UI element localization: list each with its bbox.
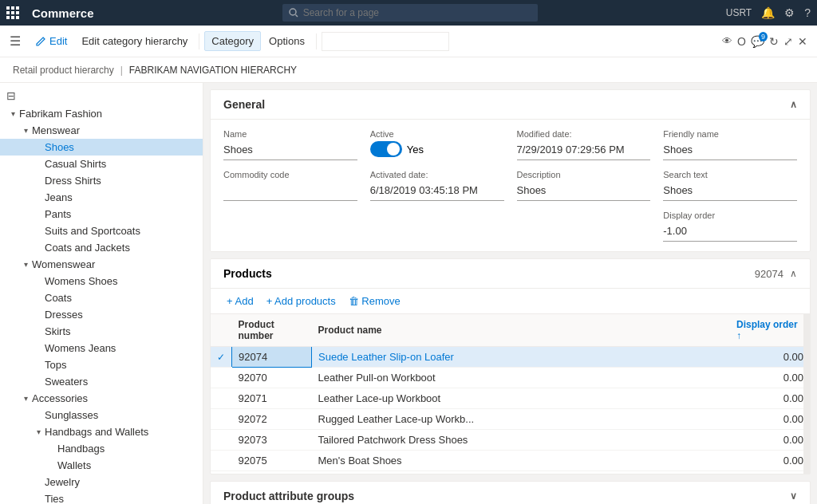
add-products-button[interactable]: + Add products xyxy=(263,293,339,309)
sidebar-item-dresses[interactable]: Dresses xyxy=(0,306,203,323)
tree-label-handbags-wallets: Handbags and Wallets xyxy=(45,426,148,438)
active-toggle[interactable] xyxy=(370,141,402,157)
field-active-toggle: Yes xyxy=(370,141,504,157)
sidebar-item-jewelry[interactable]: Jewelry xyxy=(0,474,203,490)
sidebar-item-womens-jeans[interactable]: Womens Jeans xyxy=(0,340,203,356)
table-row[interactable]: 92071 Leather Lace-up Workboot 0.00 xyxy=(211,388,810,409)
sidebar-item-handbags[interactable]: Handbags xyxy=(0,440,203,457)
options-button[interactable]: Options xyxy=(262,32,311,50)
sidebar-item-skirts[interactable]: Skirts xyxy=(0,323,203,340)
tree-label-skirts: Skirts xyxy=(45,325,71,337)
tree-label-coats-jackets: Coats and Jackets xyxy=(45,242,130,254)
sidebar-item-suits[interactable]: Suits and Sportcoats xyxy=(0,222,203,239)
field-search-text: Search text Shoes xyxy=(663,170,797,201)
sidebar-item-menswear[interactable]: ▾ Menswear xyxy=(0,122,203,139)
field-search-value[interactable]: Shoes xyxy=(663,182,797,201)
remove-product-button[interactable]: 🗑 Remove xyxy=(345,293,404,309)
comment-icon[interactable]: 💬9 xyxy=(751,35,764,48)
scrollbar[interactable] xyxy=(803,314,810,474)
open-new-icon[interactable]: ⤢ xyxy=(783,35,793,48)
edit-category-button[interactable]: Edit category hierarchy xyxy=(75,32,194,50)
global-search-input[interactable] xyxy=(282,4,538,22)
tree-arrow-handbags-wallets[interactable]: ▾ xyxy=(32,427,45,436)
row-product-number: 92073 xyxy=(232,430,312,451)
tree-arrow-accessories[interactable]: ▾ xyxy=(19,394,32,403)
sidebar-item-coats[interactable]: Coats xyxy=(0,289,203,306)
settings-icon[interactable]: ⚙ xyxy=(784,6,795,19)
sidebar-item-sunglasses[interactable]: Sunglasses xyxy=(0,407,203,423)
col-product-name[interactable]: Product name xyxy=(312,314,731,347)
tree-label-womens-jeans: Womens Jeans xyxy=(45,342,116,354)
tree-label-handbags: Handbags xyxy=(57,443,105,455)
add-product-button[interactable]: + Add xyxy=(223,293,257,309)
products-scroll[interactable]: Product number Product name Display orde… xyxy=(211,314,810,474)
sidebar-item-womens-shoes[interactable]: Womens Shoes xyxy=(0,273,203,289)
general-section: General ∧ Name Shoes Active Yes xyxy=(210,89,811,252)
add-products-label: + Add products xyxy=(266,295,336,307)
tree-label-coats: Coats xyxy=(45,292,72,304)
field-commodity-code: Commodity code xyxy=(223,170,357,201)
field-name-value[interactable]: Shoes xyxy=(223,141,357,160)
eye-icon[interactable]: 👁 xyxy=(722,35,732,47)
refresh-icon[interactable]: ↻ xyxy=(769,35,779,48)
table-row[interactable]: 92070 Leather Pull-on Workboot 0.00 xyxy=(211,368,810,388)
category-button[interactable]: Category xyxy=(204,31,261,51)
sidebar-item-accessories[interactable]: ▾ Accessories xyxy=(0,390,203,407)
help-icon[interactable]: ? xyxy=(804,6,811,19)
waffle-menu[interactable] xyxy=(6,6,19,19)
field-display-value[interactable]: -1.00 xyxy=(663,222,797,242)
row-product-name: Men's Boat Shoes xyxy=(312,451,731,471)
field-name: Name Shoes xyxy=(223,129,357,160)
sidebar-item-fabrikam[interactable]: ▾ Fabrikam Fashion xyxy=(0,105,203,122)
row-product-name: Rugged Leather Lace-up Workb... xyxy=(312,409,731,430)
tree-arrow-womenswear[interactable]: ▾ xyxy=(19,260,32,269)
general-section-body: Name Shoes Active Yes Modified date: 7/2… xyxy=(211,120,810,251)
app-title: Commerce xyxy=(32,6,94,20)
sidebar-item-coats-jackets[interactable]: Coats and Jackets xyxy=(0,239,203,256)
field-description-value[interactable]: Shoes xyxy=(517,182,651,201)
col-display-order[interactable]: Display order ↑ xyxy=(730,314,810,347)
sidebar-item-ties[interactable]: Ties xyxy=(0,490,203,504)
edit-button[interactable]: Edit xyxy=(29,32,73,50)
sidebar-item-pants[interactable]: Pants xyxy=(0,206,203,222)
field-friendly-label: Friendly name xyxy=(663,129,797,139)
table-row[interactable]: ✓ 92074 Suede Leather Slip-on Loafer 0.0… xyxy=(211,347,810,368)
hamburger-icon[interactable]: ☰ xyxy=(10,33,21,49)
product-attribute-groups-header[interactable]: Product attribute groups ∨ xyxy=(211,482,810,504)
sidebar-item-tops[interactable]: Tops xyxy=(0,356,203,373)
table-row[interactable]: 92075 Men's Boat Shoes 0.00 xyxy=(211,451,810,471)
sidebar-item-casual-shirts[interactable]: Casual Shirts xyxy=(0,156,203,172)
table-row[interactable]: 92073 Tailored Patchwork Dress Shoes 0.0… xyxy=(211,430,810,451)
row-product-number: 92071 xyxy=(232,388,312,409)
sidebar-item-handbags-wallets[interactable]: ▾ Handbags and Wallets xyxy=(0,423,203,440)
sidebar-item-dress-shirts[interactable]: Dress Shirts xyxy=(0,172,203,189)
row-product-number: 92075 xyxy=(232,451,312,471)
tree-arrow-menswear[interactable]: ▾ xyxy=(19,126,32,135)
row-product-number: 92072 xyxy=(232,409,312,430)
product-attribute-groups-title: Product attribute groups xyxy=(223,490,354,502)
sidebar-item-sweaters[interactable]: Sweaters xyxy=(0,373,203,390)
action-bar-right: 👁 O 💬9 ↻ ⤢ ✕ xyxy=(722,35,807,48)
notification-icon[interactable]: 🔔 xyxy=(761,6,775,19)
action-bar: ☰ Edit Edit category hierarchy Category … xyxy=(0,26,817,57)
products-table-header: Product number Product name Display orde… xyxy=(211,314,810,347)
filter-icon[interactable]: ⊟ xyxy=(6,89,16,102)
tree-arrow-fabrikam[interactable]: ▾ xyxy=(6,109,19,118)
field-friendly-value[interactable]: Shoes xyxy=(663,141,797,160)
products-section-header[interactable]: Products 92074 ∧ xyxy=(211,259,810,289)
col-product-number[interactable]: Product number xyxy=(232,314,312,347)
table-row[interactable]: 92072 Rugged Leather Lace-up Workb... 0.… xyxy=(211,409,810,430)
close-icon[interactable]: ✕ xyxy=(798,35,807,48)
sidebar-item-womenswear[interactable]: ▾ Womenswear xyxy=(0,256,203,273)
general-section-header[interactable]: General ∧ xyxy=(211,90,810,120)
sidebar-item-jeans[interactable]: Jeans xyxy=(0,189,203,206)
sidebar-item-shoes[interactable]: Shoes xyxy=(0,139,203,156)
office-icon[interactable]: O xyxy=(737,35,746,48)
search-bar-input[interactable] xyxy=(322,32,449,51)
field-commodity-value[interactable] xyxy=(223,182,357,201)
table-row[interactable]: 92076 Suede Dress Shoes 0.00 xyxy=(211,471,810,474)
product-attribute-groups-collapse: ∨ xyxy=(790,490,797,502)
sidebar-item-wallets[interactable]: Wallets xyxy=(0,457,203,474)
products-header-left: Products xyxy=(223,267,272,280)
field-active: Active Yes xyxy=(370,129,504,160)
